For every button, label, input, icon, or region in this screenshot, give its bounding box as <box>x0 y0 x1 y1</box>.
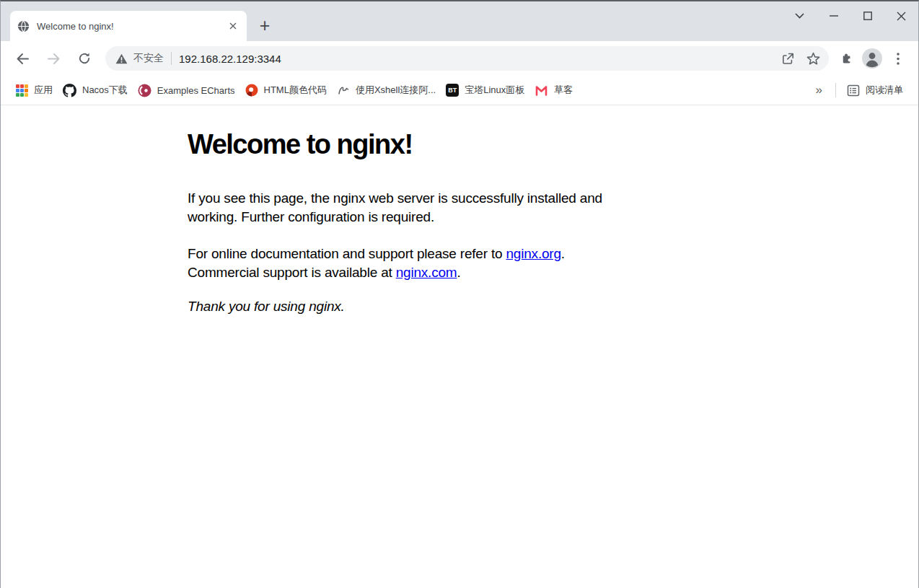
apps-grid-icon <box>16 84 28 97</box>
forward-arrow-icon[interactable] <box>40 45 66 71</box>
back-arrow-icon[interactable] <box>9 45 35 71</box>
reading-list-icon <box>847 84 860 97</box>
intro-paragraph: If you see this page, the nginx web serv… <box>188 189 889 227</box>
bookmark-label: 草客 <box>554 84 573 97</box>
support-line-2: Commercial support is available at nginx… <box>188 263 889 282</box>
profile-avatar-icon[interactable] <box>859 45 885 71</box>
address-bar[interactable]: 不安全 192.168.22.129:3344 <box>105 46 829 71</box>
support-text-1-end: . <box>561 246 565 261</box>
bookmarks-bar: 应用 Nacos下载 Examples ECharts HTML颜色代码 <box>1 76 918 105</box>
baota-bt-icon: BT <box>446 84 459 97</box>
kebab-menu-icon[interactable] <box>885 45 911 71</box>
bookmark-label: Examples ECharts <box>157 85 235 96</box>
bookmark-label: 应用 <box>34 84 53 97</box>
share-icon[interactable] <box>781 52 795 66</box>
close-icon[interactable] <box>884 1 918 30</box>
color-circle-icon <box>245 84 258 97</box>
intro-line-1: If you see this page, the nginx web serv… <box>188 189 889 208</box>
support-text-2: Commercial support is available at <box>188 265 396 280</box>
bookmark-label: 使用Xshell连接阿... <box>356 84 436 97</box>
closing-line: Thank you for using nginx. <box>188 297 889 316</box>
red-m-icon <box>535 84 548 97</box>
nginx-com-link[interactable]: nginx.com <box>396 265 457 280</box>
bookmarks-divider <box>835 83 836 97</box>
reading-list-label: 阅读清单 <box>866 84 903 97</box>
github-icon <box>63 84 76 97</box>
support-text-2-end: . <box>457 265 460 280</box>
globe-icon <box>17 20 30 32</box>
browser-toolbar: 不安全 192.168.22.129:3344 <box>1 41 918 76</box>
support-paragraph: For online documentation and support ple… <box>188 245 889 282</box>
reading-list-button[interactable]: 阅读清单 <box>842 81 908 100</box>
support-line-1: For online documentation and support ple… <box>188 245 889 263</box>
star-icon[interactable] <box>806 52 820 65</box>
window-controls <box>783 1 918 30</box>
extensions-puzzle-icon[interactable] <box>833 45 859 71</box>
nginx-org-link[interactable]: nginx.org <box>506 246 560 261</box>
tab-strip: Welcome to nginx! + <box>1 1 918 41</box>
bookmark-label: Nacos下载 <box>82 84 128 97</box>
omnibox-divider <box>171 52 172 65</box>
bookmark-html-color-codes[interactable]: HTML颜色代码 <box>240 81 332 100</box>
bookmark-examples-echarts[interactable]: Examples ECharts <box>133 81 240 100</box>
echarts-icon <box>138 84 151 97</box>
bookmark-baota-linux-panel[interactable]: BT 宝塔Linux面板 <box>441 81 529 100</box>
bookmark-caoke[interactable]: 草客 <box>529 81 578 100</box>
bookmarks-overflow-chevron[interactable]: » <box>809 83 830 97</box>
bookmark-label: 宝塔Linux面板 <box>465 84 524 97</box>
browser-window: Welcome to nginx! + <box>0 0 919 588</box>
warning-triangle-icon <box>115 53 128 64</box>
tab-close-icon[interactable] <box>227 19 239 32</box>
bookmark-xshell[interactable]: 使用Xshell连接阿... <box>332 81 441 100</box>
security-label[interactable]: 不安全 <box>133 52 164 65</box>
reload-icon[interactable] <box>71 45 97 71</box>
page-content: Welcome to nginx! If you see this page, … <box>1 105 918 587</box>
maximize-icon[interactable] <box>850 1 884 30</box>
support-text-1: For online documentation and support ple… <box>188 246 506 261</box>
minimize-icon[interactable] <box>817 1 850 30</box>
bookmark-nacos-download[interactable]: Nacos下载 <box>58 81 133 100</box>
url-text[interactable]: 192.168.22.129:3344 <box>179 53 774 65</box>
bookmark-label: HTML颜色代码 <box>264 84 327 97</box>
new-tab-button[interactable]: + <box>254 14 276 36</box>
tab-welcome-to-nginx[interactable]: Welcome to nginx! <box>10 11 247 41</box>
bookmark-apps[interactable]: 应用 <box>11 81 58 100</box>
page-title: Welcome to nginx! <box>188 128 889 160</box>
tab-search-chevron-down-icon[interactable] <box>783 1 817 30</box>
xshell-scribble-icon <box>337 84 350 97</box>
intro-line-2: working. Further configuration is requir… <box>188 208 889 227</box>
tab-title: Welcome to nginx! <box>37 21 227 32</box>
